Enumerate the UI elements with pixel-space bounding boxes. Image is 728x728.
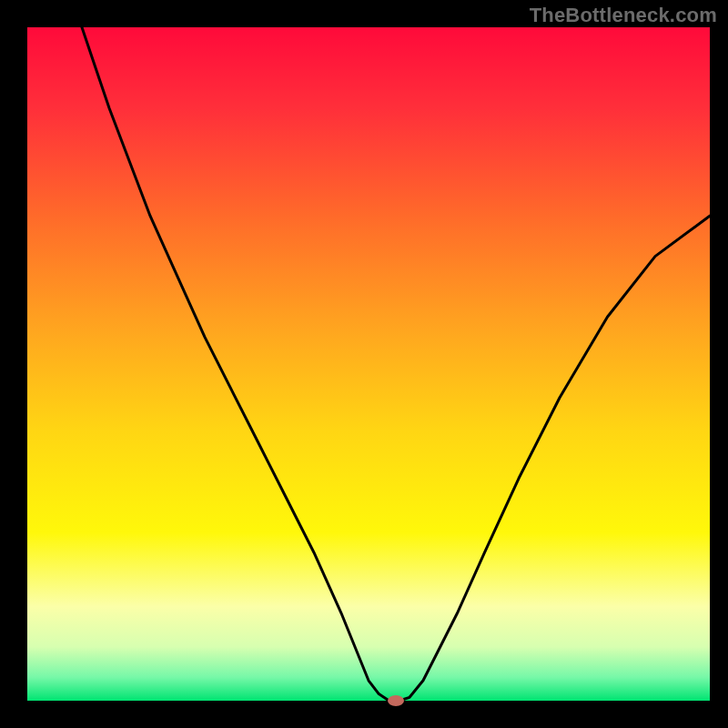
watermark-text: TheBottleneck.com (530, 4, 717, 27)
chart-svg (0, 0, 728, 728)
plot-background (27, 27, 710, 701)
chart-frame: { "watermark": "TheBottleneck.com", "plo… (0, 0, 728, 728)
sweet-spot-marker (388, 695, 404, 706)
